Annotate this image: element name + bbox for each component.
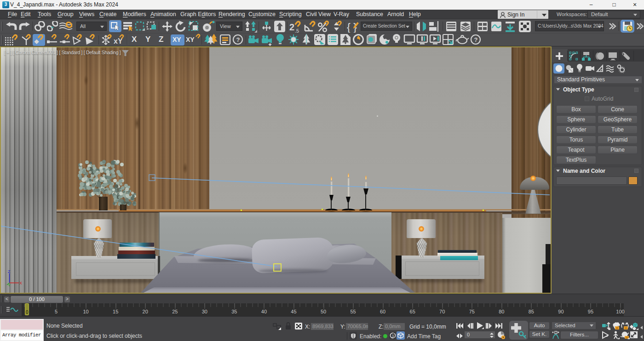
svg-text:.5: .5 (295, 28, 299, 33)
svg-text:?: ? (236, 36, 240, 43)
svg-text:x: x (114, 37, 118, 45)
svg-text:2: 2 (289, 22, 294, 32)
svg-text:y: y (8, 283, 11, 286)
svg-text:X: X (19, 281, 22, 285)
svg-text:Z: Z (8, 270, 11, 274)
svg-text:?: ? (474, 36, 478, 43)
svg-text:{: { (347, 21, 351, 33)
